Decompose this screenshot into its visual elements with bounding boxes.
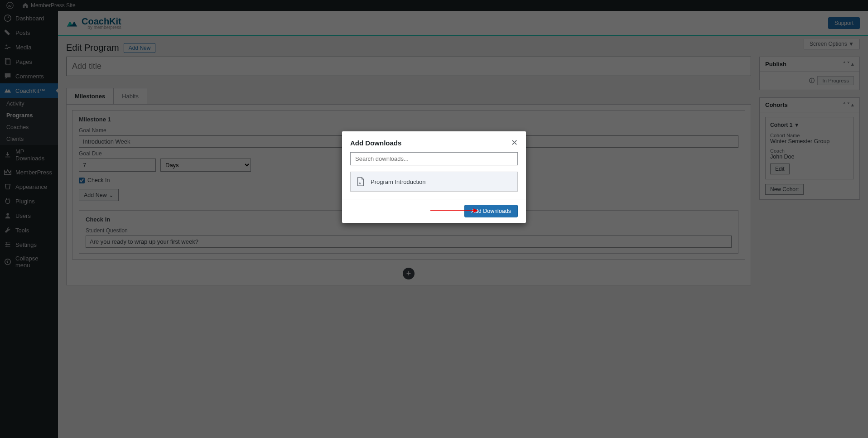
annotation-arrow xyxy=(430,207,478,215)
search-downloads-input[interactable] xyxy=(350,152,518,165)
svg-marker-12 xyxy=(473,208,478,213)
modal-title: Add Downloads xyxy=(350,139,401,147)
close-icon[interactable]: ✕ xyxy=(511,138,518,148)
download-item[interactable]: A Program Introduction xyxy=(350,172,518,192)
file-pdf-icon: A xyxy=(356,177,365,187)
svg-text:A: A xyxy=(359,182,361,185)
add-downloads-modal: Add Downloads ✕ A Program Introduction A… xyxy=(342,131,526,223)
modal-overlay[interactable]: Add Downloads ✕ A Program Introduction A… xyxy=(0,0,868,438)
